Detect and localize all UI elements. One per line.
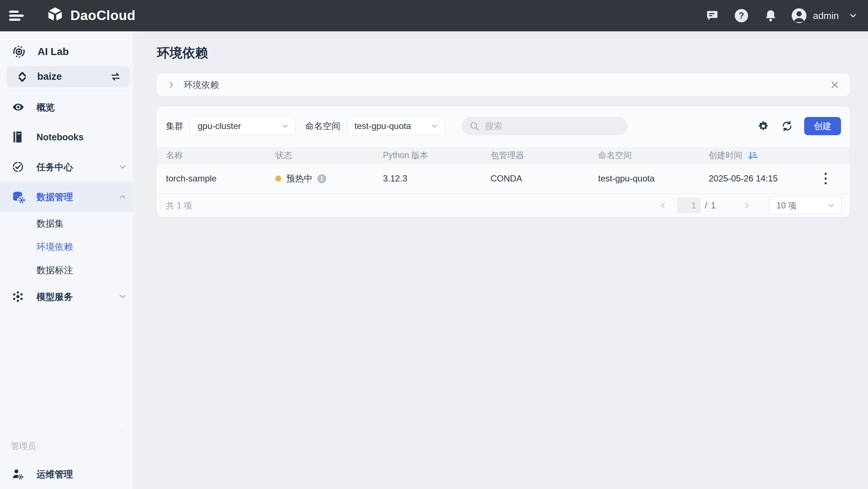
cluster-label: 集群 [166, 120, 183, 132]
breadcrumb-bar: 环境依赖 [157, 74, 850, 96]
sidebar-subitem-environments[interactable]: 环境依赖 [0, 235, 137, 258]
total-count: 共 1 项 [166, 200, 192, 211]
database-gear-icon [12, 190, 25, 203]
cell-python-version: 3.12.3 [383, 173, 491, 184]
cluster-select[interactable]: gpu-cluster [190, 117, 296, 135]
row-actions-kebab-icon[interactable] [822, 170, 829, 187]
column-package-manager: 包管理器 [491, 150, 598, 161]
sidebar-divider [9, 91, 128, 91]
namespace-label: 命名空间 [305, 120, 340, 132]
sort-descending-icon[interactable] [747, 150, 758, 161]
sidebar-item-notebooks[interactable]: Notebooks [0, 122, 137, 152]
workspace-selector[interactable]: baize [7, 66, 129, 87]
menu-toggle-icon[interactable] [9, 10, 32, 21]
eye-icon [12, 101, 25, 114]
baize-icon [16, 71, 28, 83]
filter-toolbar: 集群 gpu-cluster 命名空间 test-gpu-quota [157, 117, 850, 135]
column-status: 状态 [275, 150, 383, 161]
close-icon[interactable] [830, 80, 840, 90]
chevron-down-icon [118, 292, 127, 301]
chevron-down-icon [430, 122, 439, 130]
chevron-right-icon[interactable] [167, 81, 176, 89]
column-python-version: Python 版本 [383, 150, 491, 161]
navbar-actions: ? admin [690, 8, 858, 24]
column-created-at: 创建时间 [709, 150, 811, 161]
column-namespace: 命名空间 [598, 150, 709, 161]
product-name: AI Lab [38, 46, 69, 58]
avatar [791, 8, 807, 24]
environments-panel: 集群 gpu-cluster 命名空间 test-gpu-quota [157, 106, 850, 217]
prev-page-icon[interactable] [659, 201, 668, 210]
status-warming-dot [275, 176, 281, 181]
sidebar: AI Lab baize [0, 31, 137, 489]
pagination: / 1 10 项 [659, 197, 842, 214]
info-icon[interactable] [317, 174, 327, 184]
namespace-select[interactable]: test-gpu-quota [347, 117, 445, 135]
brand-name: DaoCloud [70, 8, 136, 23]
table-footer: 共 1 项 / 1 10 项 [157, 194, 850, 217]
chevron-down-icon [118, 162, 127, 172]
total-pages: 1 [711, 201, 716, 211]
sidebar-menu: 概览 Notebooks [0, 92, 137, 312]
sidebar-subitem-data-annotation[interactable]: 数据标注 [0, 258, 137, 282]
sidebar-item-model-services[interactable]: 模型服务 [0, 282, 137, 312]
settings-gear-icon[interactable] [757, 120, 769, 132]
main-content: 环境依赖 环境依赖 集群 gpu-cluster 命名空间 [137, 31, 868, 489]
status-badge: 预热中 [286, 173, 313, 184]
sidebar-item-task-center[interactable]: 任务中心 [0, 152, 137, 182]
switch-workspace-icon[interactable] [110, 71, 121, 83]
page-size-select[interactable]: 10 项 [769, 197, 842, 214]
cell-name: torch-sample [166, 173, 275, 184]
page-separator: / [705, 201, 707, 211]
create-button[interactable]: 创建 [804, 117, 841, 135]
search-icon [469, 121, 480, 132]
user-gear-icon [12, 468, 25, 480]
sidebar-divider [9, 431, 124, 431]
product-header: AI Lab [0, 43, 137, 60]
cell-status: 预热中 [275, 173, 383, 184]
chevron-down-icon [827, 201, 836, 210]
sidebar-item-data-management[interactable]: 数据管理 [0, 182, 137, 212]
top-navbar: DaoCloud ? [0, 0, 868, 31]
svg-text:?: ? [739, 11, 744, 20]
chevron-up-icon [118, 192, 127, 202]
chevron-down-icon [281, 122, 290, 130]
admin-section-label: 管理员 [0, 441, 133, 452]
toolbar-actions: 创建 [746, 117, 841, 135]
cell-package-manager: CONDA [491, 173, 598, 184]
help-icon[interactable]: ? [734, 8, 749, 23]
page-title: 环境依赖 [157, 44, 868, 62]
ai-lab-logo-icon [10, 43, 28, 60]
sidebar-bottom: 管理员 运维管理 [0, 427, 133, 489]
user-menu[interactable]: admin [791, 8, 858, 24]
sidebar-item-overview[interactable]: 概览 [0, 92, 137, 122]
page-number-input[interactable] [677, 198, 701, 213]
message-icon[interactable] [705, 8, 720, 23]
brand[interactable]: DaoCloud [46, 6, 136, 25]
breadcrumb: 环境依赖 [184, 79, 219, 91]
username: admin [813, 10, 839, 21]
notebook-icon [12, 131, 25, 143]
refresh-icon[interactable] [781, 120, 793, 132]
search-field[interactable] [485, 121, 616, 131]
cell-created-at: 2025-05-26 14:15 [709, 173, 811, 184]
table-header: 名称 状态 Python 版本 包管理器 命名空间 创建时间 [157, 147, 850, 164]
sidebar-subitem-datasets[interactable]: 数据集 [0, 212, 137, 235]
next-page-icon[interactable] [742, 201, 751, 210]
model-nodes-icon [12, 290, 25, 303]
notifications-bell-icon[interactable] [763, 8, 778, 23]
search-input[interactable] [462, 117, 628, 135]
workspace-name: baize [37, 71, 62, 82]
daocloud-logo-icon [46, 6, 65, 25]
table-row[interactable]: torch-sample 预热中 3.12.3 CONDA test-gpu-q… [157, 164, 850, 194]
cell-namespace: test-gpu-quota [598, 173, 709, 184]
column-name: 名称 [166, 150, 275, 161]
sidebar-item-ops-management[interactable]: 运维管理 [0, 459, 133, 489]
task-check-icon [12, 161, 25, 173]
chevron-down-icon [848, 11, 858, 20]
sidebar-scrollbar[interactable] [133, 31, 137, 489]
